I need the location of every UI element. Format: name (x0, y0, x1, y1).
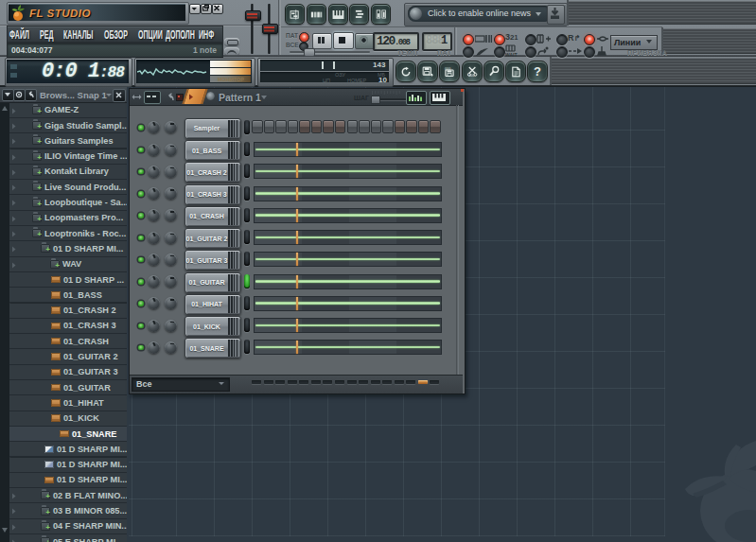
svg-text:000: 000 (468, 74, 474, 77)
svg-text:WAIT: WAIT (505, 52, 518, 58)
